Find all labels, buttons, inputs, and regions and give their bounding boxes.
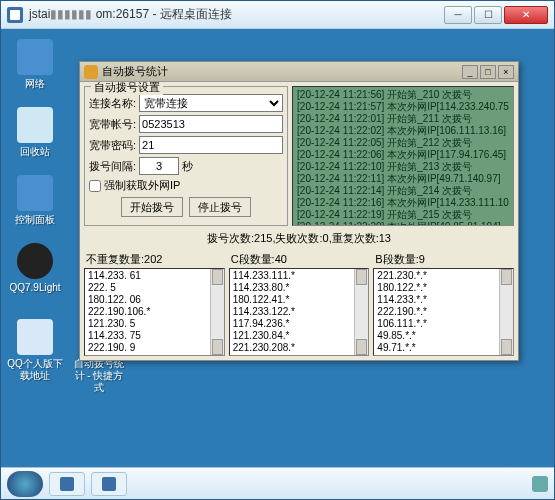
list-item[interactable]: 222. 5 (88, 282, 221, 294)
list-item[interactable]: 114.233.111.* (233, 270, 366, 282)
list-item[interactable]: 221.230.208.* (233, 342, 366, 354)
cseg-list[interactable]: 114.233.111.*114.233.80.*180.122.41.*114… (229, 268, 370, 356)
taskbar[interactable] (1, 467, 554, 499)
list-item[interactable]: 180.122. 06 (88, 294, 221, 306)
list-item[interactable]: 121.230.84.* (233, 330, 366, 342)
log-line: [20-12-24 11:22:10] 开始第_213 次拨号 (297, 161, 509, 173)
conn-select[interactable]: 宽带连接 (139, 94, 283, 112)
app-icon (60, 477, 74, 491)
log-line: [20-12-24 11:22:11] 本次外网IP[49.71.140.97] (297, 173, 509, 185)
unique-list[interactable]: 114.233. 61222. 5180.122. 06222.190.106.… (84, 268, 225, 356)
dialer-window: 自动拨号统计 _ □ × 自动拨号设置 连接名称: 宽带连接 宽带帐号: (79, 61, 519, 361)
start-button[interactable] (7, 471, 43, 497)
settings-panel: 自动拨号设置 连接名称: 宽带连接 宽带帐号: 宽带密码: (84, 86, 288, 226)
dialer-maximize-button[interactable]: □ (480, 65, 496, 79)
scrollbar[interactable] (210, 269, 224, 355)
app-icon (102, 477, 116, 491)
log-line: [20-12-24 11:22:14] 开始第_214 次拨号 (297, 185, 509, 197)
acct-input[interactable] (139, 115, 283, 133)
conn-label: 连接名称: (89, 96, 136, 111)
taskbar-item[interactable] (91, 472, 127, 496)
log-line: [20-12-24 11:22:16] 本次外网IP[114.233.111.1… (297, 197, 509, 209)
log-panel[interactable]: [20-12-24 11:21:56] 开始第_210 次拨号[20-12-24… (292, 86, 514, 226)
dialer-close-button[interactable]: × (498, 65, 514, 79)
desktop-icon-recycle[interactable]: 回收站 (7, 107, 63, 158)
list-item[interactable]: 222.190. 9 (88, 342, 221, 354)
start-dial-button[interactable]: 开始拨号 (121, 197, 183, 217)
rdp-title: jstai▮▮▮▮▮▮ om:26157 - 远程桌面连接 (29, 6, 444, 23)
scrollbar[interactable] (354, 269, 368, 355)
interval-label: 拨号间隔: (89, 159, 136, 174)
log-line: [20-12-24 11:22:19] 开始第_215 次拨号 (297, 209, 509, 221)
log-line: [20-12-24 11:22:01] 开始第_211 次拨号 (297, 113, 509, 125)
close-button[interactable]: ✕ (504, 6, 548, 24)
dialer-icon (84, 65, 98, 79)
list-item[interactable]: 114.233.80.* (233, 282, 366, 294)
dialer-title: 自动拨号统计 (102, 64, 168, 79)
scrollbar[interactable] (499, 269, 513, 355)
bseg-list[interactable]: 221.230.*.*180.122.*.*114.233.*.*222.190… (373, 268, 514, 356)
list-item[interactable]: 117.94.*.* (377, 354, 510, 356)
desktop-icon-control-panel[interactable]: 控制面板 (7, 175, 63, 226)
list-item[interactable]: 49.85.*.* (377, 330, 510, 342)
stop-dial-button[interactable]: 停止拨号 (189, 197, 251, 217)
list-item[interactable]: 114.233.219.* (233, 354, 366, 356)
list-item[interactable]: 121.230. 5 (88, 318, 221, 330)
log-line: [20-12-24 11:21:56] 开始第_210 次拨号 (297, 89, 509, 101)
system-tray[interactable] (532, 476, 548, 492)
list-item[interactable]: 180.122.41.* (233, 294, 366, 306)
list-item[interactable]: 114.233. 61 (88, 270, 221, 282)
list-item[interactable]: 106.111.*.* (377, 318, 510, 330)
unique-header: 不重复数量:202 (84, 251, 225, 268)
list-item[interactable]: 114.233. 75 (88, 330, 221, 342)
log-line: [20-12-24 11:22:06] 本次外网IP[117.94.176.45… (297, 149, 509, 161)
desktop-icon-network[interactable]: 网络 (7, 39, 63, 90)
desktop-icon-qq[interactable]: QQ7.9Light (7, 243, 63, 294)
stats-line: 拨号次数:215,失败次数:0,重复次数:13 (84, 230, 514, 247)
interval-unit: 秒 (182, 159, 193, 174)
rdp-window: jstai▮▮▮▮▮▮ om:26157 - 远程桌面连接 ─ ☐ ✕ 网络 回… (0, 0, 555, 500)
log-line: [20-12-24 11:22:20] 本次外网IP[49.85.81.104] (297, 221, 509, 226)
log-line: [20-12-24 11:22:05] 开始第_212 次拨号 (297, 137, 509, 149)
list-item[interactable]: 117.94. * (88, 354, 221, 356)
list-item[interactable]: 180.122.*.* (377, 282, 510, 294)
rdp-titlebar[interactable]: jstai▮▮▮▮▮▮ om:26157 - 远程桌面连接 ─ ☐ ✕ (1, 1, 554, 29)
acct-label: 宽带帐号: (89, 117, 136, 132)
taskbar-item[interactable] (49, 472, 85, 496)
bseg-header: B段数量:9 (373, 251, 514, 268)
list-item[interactable]: 114.233.122.* (233, 306, 366, 318)
interval-input[interactable] (139, 157, 179, 175)
list-item[interactable]: 222.190.*.* (377, 306, 510, 318)
list-item[interactable]: 117.94.236.* (233, 318, 366, 330)
force-ip-label: 强制获取外网IP (104, 178, 180, 193)
tray-icon[interactable] (532, 476, 548, 492)
cseg-header: C段数量:40 (229, 251, 370, 268)
dialer-titlebar[interactable]: 自动拨号统计 _ □ × (80, 62, 518, 82)
pwd-label: 宽带密码: (89, 138, 136, 153)
remote-desktop[interactable]: 网络 回收站 控制面板 QQ7.9Light QQ个人版下载地址 自动拨号统计 … (1, 29, 554, 467)
desktop-icon-qq-download[interactable]: QQ个人版下载地址 (7, 319, 63, 382)
pwd-input[interactable] (139, 136, 283, 154)
minimize-button[interactable]: ─ (444, 6, 472, 24)
log-line: [20-12-24 11:22:02] 本次外网IP[106.111.13.16… (297, 125, 509, 137)
force-ip-checkbox[interactable] (89, 180, 101, 192)
list-item[interactable]: 114.233.*.* (377, 294, 510, 306)
log-line: [20-12-24 11:21:57] 本次外网IP[114.233.240.7… (297, 101, 509, 113)
list-item[interactable]: 221.230.*.* (377, 270, 510, 282)
list-item[interactable]: 222.190.106.* (88, 306, 221, 318)
maximize-button[interactable]: ☐ (474, 6, 502, 24)
list-item[interactable]: 49.71.*.* (377, 342, 510, 354)
settings-legend: 自动拨号设置 (91, 82, 163, 95)
rdp-icon (7, 7, 23, 23)
dialer-minimize-button[interactable]: _ (462, 65, 478, 79)
